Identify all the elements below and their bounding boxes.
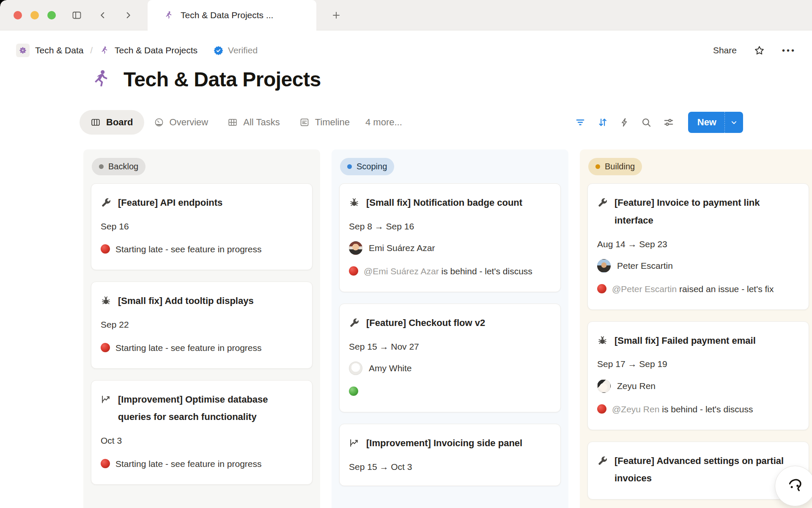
column-scoping: Scoping [Small fix] Notification badge c… <box>332 149 568 508</box>
notion-ai-button[interactable] <box>775 466 812 506</box>
board-icon <box>91 117 101 127</box>
forward-icon[interactable] <box>122 9 134 21</box>
assignee-name: Zeyu Ren <box>617 379 656 393</box>
verified-label: Verified <box>228 45 258 55</box>
card-title: [Feature] Invoice to payment link interf… <box>614 194 798 229</box>
runner-icon <box>164 11 173 20</box>
new-button-label[interactable]: New <box>688 112 724 133</box>
bug-icon <box>597 335 608 346</box>
gauge-icon <box>154 117 164 127</box>
tab-title: Tech & Data Projects ... <box>181 10 273 20</box>
tab-all-tasks[interactable]: All Tasks <box>218 110 289 135</box>
tab-overview-label: Overview <box>170 117 208 128</box>
kanban-board: Backlog [Feature] API endpoints Sep 16 S… <box>0 149 812 508</box>
card-title: [Feature] API endpoints <box>118 194 222 212</box>
assignee-name: Amy White <box>369 361 412 375</box>
status-text: Starting late - see feature in progress <box>115 343 262 353</box>
wrench-icon <box>597 197 608 208</box>
card-date: Oct 3 <box>101 433 302 448</box>
share-button[interactable]: Share <box>713 45 737 55</box>
card-title: [Small fix] Failed payment email <box>614 332 756 350</box>
card-title: [Improvement] Invoicing side panel <box>366 434 522 452</box>
red-circle-emoji <box>597 404 606 414</box>
avatar <box>597 259 611 273</box>
assignee-name: Emi Suárez Azar <box>369 241 435 255</box>
card-date: Aug 14 → Sep 23 <box>597 237 798 251</box>
card-failed-payment-email[interactable]: [Small fix] Failed payment email Sep 17 … <box>587 321 809 430</box>
page-title[interactable]: Tech & Data Projects <box>123 68 321 91</box>
card-status: @Zeyu Ren is behind - let's discuss <box>597 401 798 418</box>
avatar <box>349 241 362 255</box>
card-invoice-to-payment-link[interactable]: [Feature] Invoice to payment link interf… <box>587 183 809 310</box>
card-optimise-database-queries[interactable]: [Improvement] Optimise database queries … <box>91 380 313 485</box>
card-status: @Emi Suárez Azar is behind - let's discu… <box>349 263 550 280</box>
column-header-backlog[interactable]: Backlog <box>92 158 145 175</box>
verified-seal-icon <box>213 45 224 56</box>
tab-overview[interactable]: Overview <box>144 110 218 135</box>
workspace-gear-icon[interactable] <box>16 44 30 57</box>
card-date: Sep 15 → Oct 3 <box>349 460 550 474</box>
card-assignee: Zeyu Ren <box>597 379 798 393</box>
window-corner <box>0 0 6 6</box>
runner-icon <box>99 46 109 55</box>
window-close-button[interactable] <box>14 11 22 19</box>
card-date: Sep 8 → Sep 16 <box>349 219 550 234</box>
view-tabs-bar: Board Overview All Tasks T <box>80 109 743 135</box>
more-options-icon[interactable]: ••• <box>782 46 796 55</box>
new-button[interactable]: New <box>688 112 743 133</box>
status-dot-icon <box>99 164 104 169</box>
chevron-down-icon[interactable] <box>724 112 743 133</box>
status-text: Starting late - see feature in progress <box>115 244 262 254</box>
card-date: Sep 15 → Nov 27 <box>349 340 550 354</box>
card-date: Sep 22 <box>101 318 302 332</box>
filter-icon[interactable] <box>575 117 586 128</box>
status-text: is behind - let's discuss <box>659 404 753 414</box>
more-views-button[interactable]: 4 more... <box>359 117 408 128</box>
card-date: Sep 17 → Sep 19 <box>597 357 798 371</box>
status-mention: @Zeyu Ren <box>612 404 659 414</box>
column-header-scoping[interactable]: Scoping <box>340 158 394 175</box>
back-icon[interactable] <box>96 9 109 21</box>
tab-board[interactable]: Board <box>80 110 144 135</box>
card-status: Starting late - see feature in progress <box>101 241 302 258</box>
sidebar-toggle-icon[interactable] <box>70 9 83 21</box>
column-building: Building [Feature] Invoice to payment li… <box>580 149 812 508</box>
red-circle-emoji <box>101 343 110 352</box>
timeline-icon <box>299 117 310 127</box>
view-settings-sliders-icon[interactable] <box>663 117 674 128</box>
card-invoicing-side-panel[interactable]: [Improvement] Invoicing side panel Sep 1… <box>339 424 561 486</box>
card-api-endpoints[interactable]: [Feature] API endpoints Sep 16 Starting … <box>91 183 313 270</box>
favorite-star-icon[interactable] <box>754 45 765 56</box>
bug-icon <box>101 295 111 306</box>
search-icon[interactable] <box>641 117 652 128</box>
browser-tab[interactable]: Tech & Data Projects ... <box>148 0 316 30</box>
window-chrome: Tech & Data Projects ... <box>0 0 812 30</box>
tab-timeline[interactable]: Timeline <box>290 110 359 135</box>
page-runner-icon <box>90 69 112 91</box>
column-label: Scoping <box>357 162 387 171</box>
sort-icon[interactable] <box>597 117 608 128</box>
window-zoom-button[interactable] <box>47 11 56 19</box>
window-minimize-button[interactable] <box>30 11 39 19</box>
breadcrumb-page[interactable]: Tech & Data Projects <box>115 45 198 55</box>
automation-lightning-icon[interactable] <box>620 117 630 127</box>
card-notification-badge-count[interactable]: [Small fix] Notification badge count Sep… <box>339 183 561 292</box>
assignee-name: Peter Escartin <box>617 259 673 273</box>
status-mention: @Peter Escartin <box>612 284 677 294</box>
column-backlog: Backlog [Feature] API endpoints Sep 16 S… <box>83 149 320 508</box>
column-header-building[interactable]: Building <box>588 158 642 175</box>
new-tab-plus-icon[interactable] <box>330 9 343 21</box>
verified-badge[interactable]: Verified <box>213 45 258 56</box>
status-dot-icon <box>595 164 600 169</box>
breadcrumb-workspace[interactable]: Tech & Data <box>35 45 83 55</box>
card-status: Starting late - see feature in progress <box>101 340 302 356</box>
tab-timeline-label: Timeline <box>315 117 350 128</box>
column-label: Building <box>605 162 635 171</box>
card-checkout-flow-v2[interactable]: [Feature] Checkout flow v2 Sep 15 → Nov … <box>339 304 561 412</box>
status-text: Starting late - see feature in progress <box>115 459 262 469</box>
bug-icon <box>349 197 359 208</box>
avatar <box>349 362 362 375</box>
card-status: Starting late - see feature in progress <box>101 456 302 472</box>
green-circle-emoji <box>349 387 358 396</box>
card-add-tooltip-displays[interactable]: [Small fix] Add tooltip displays Sep 22 … <box>91 282 313 368</box>
